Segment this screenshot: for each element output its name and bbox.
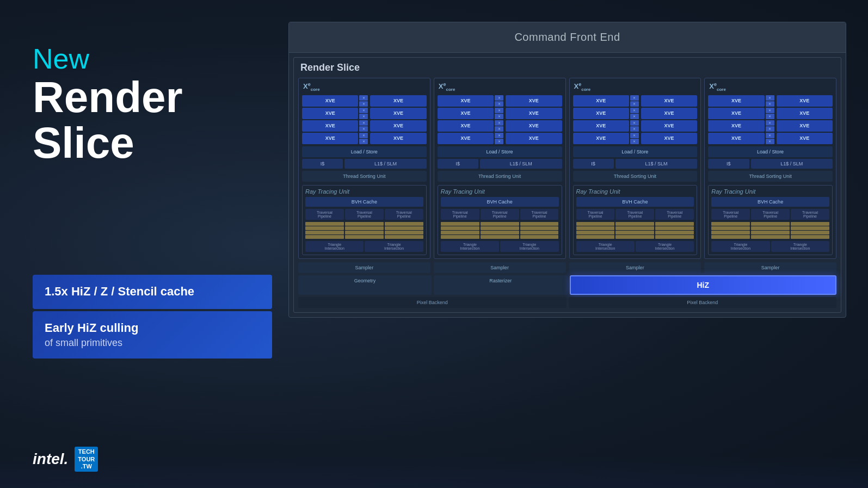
xve-row: XVE ✕ ✕ XVE — [708, 108, 833, 119]
bvh-box — [615, 222, 654, 226]
matrix-icon: ✕ — [630, 114, 639, 119]
xve-row: XVE ✕ ✕ XVE — [708, 120, 833, 132]
xe-core-4: Xecore XVE ✕ ✕ XVE XVE — [704, 78, 836, 259]
matrix-icon: ✕ — [359, 108, 368, 113]
xe-cores-row: Xecore XVE ✕ ✕ XVE XVE — [298, 78, 836, 259]
cache-row-1: I$ L1$ / SLM — [302, 159, 427, 169]
bvh-box — [791, 226, 829, 230]
xe-core-2: Xecore XVE ✕ ✕ XVE XVE — [434, 78, 566, 259]
matrix-icon: ✕ — [495, 101, 503, 107]
xve-unit: XVE — [777, 120, 833, 132]
traversal-unit: TraversalPipeline — [305, 209, 344, 220]
matrix-icon: ✕ — [766, 139, 774, 144]
bvh-box — [345, 235, 384, 239]
bvh-box — [615, 235, 654, 239]
bvh-box — [615, 226, 654, 230]
xve-unit: XVE — [573, 95, 629, 107]
bvh-boxes-row — [576, 222, 694, 239]
command-front-end: Command Front End — [289, 22, 846, 53]
cache-row-4: I$ L1$ / SLM — [708, 159, 833, 169]
bvh-box — [520, 235, 559, 239]
rasterizer-unit: Rasterizer — [434, 275, 567, 295]
bvh-box — [791, 222, 829, 226]
matrix-icon: ✕ — [766, 101, 774, 107]
matrix-icon: ✕ — [630, 139, 639, 144]
bvh-box — [520, 222, 559, 226]
bvh-box — [385, 231, 423, 234]
geo-rast-hiz-row: Geometry Rasterizer HiZ — [298, 275, 836, 295]
is-unit-3: I$ — [573, 159, 614, 169]
xve-unit: XVE — [438, 120, 494, 132]
bvh-box — [385, 235, 423, 239]
intel-text: intel. — [33, 450, 68, 468]
sampler-4: Sampler — [704, 262, 836, 273]
bvh-box — [305, 231, 344, 234]
xve-unit: XVE — [302, 120, 358, 132]
thread-sort-3: Thread Sorting Unit — [573, 171, 698, 182]
sampler-1: Sampler — [298, 262, 430, 273]
xve-unit: XVE — [641, 133, 697, 144]
bvh-box — [576, 235, 615, 239]
bvh-box — [576, 222, 615, 226]
ray-tracing-4: Ray Tracing Unit BVH Cache TraversalPipe… — [708, 185, 833, 255]
bvh-box — [751, 235, 790, 239]
xve-unit: XVE — [641, 108, 697, 119]
matrix-icon: ✕ — [495, 133, 503, 138]
xve-unit: XVE — [370, 95, 426, 107]
matrix-icon: ✕ — [766, 120, 774, 126]
xe-core-4-header: Xecore — [708, 82, 833, 92]
xve-unit: XVE — [438, 95, 494, 107]
xve-row: XVE ✕ ✕ XVE — [573, 133, 698, 144]
matrix-icon: ✕ — [359, 95, 368, 101]
cache-row-3: I$ L1$ / SLM — [573, 159, 698, 169]
matrix-icon: ✕ — [495, 95, 503, 101]
bvh-cache-4: BVH Cache — [711, 197, 829, 207]
xve-unit: XVE — [777, 108, 833, 119]
bvh-box — [751, 231, 790, 234]
command-front-end-label: Command Front End — [514, 31, 620, 43]
bvh-box — [520, 231, 559, 234]
traversal-unit: TraversalPipeline — [791, 209, 829, 220]
traversal-unit: TraversalPipeline — [481, 209, 519, 220]
xve-row: XVE ✕ ✕ XVE — [573, 95, 698, 107]
bvh-box — [305, 235, 344, 239]
xve-unit: XVE — [708, 108, 764, 119]
ray-tracing-1: Ray Tracing Unit BVH Cache TraversalPipe… — [302, 185, 427, 255]
hiz-unit: HiZ — [570, 275, 837, 295]
bvh-box — [481, 235, 519, 239]
xe-core-1-header: Xecore — [302, 82, 427, 92]
traversal-unit: TraversalPipeline — [655, 209, 694, 220]
matrix-icon: ✕ — [495, 114, 503, 119]
feature-cards: 1.5x HiZ / Z / Stencil cache Early HiZ c… — [33, 275, 272, 359]
matrix-icon: ✕ — [495, 120, 503, 126]
bvh-box — [481, 231, 519, 234]
traversal-unit: TraversalPipeline — [711, 209, 750, 220]
bvh-box — [711, 231, 750, 234]
bvh-boxes-row — [441, 222, 559, 239]
traversal-row-4: TraversalPipeline TraversalPipeline Trav… — [711, 209, 829, 220]
xve-row: XVE ✕ ✕ XVE — [302, 108, 427, 119]
matrix-icon: ✕ — [630, 95, 639, 101]
xve-unit: XVE — [708, 120, 764, 132]
bvh-box — [481, 222, 519, 226]
bvh-box — [441, 231, 479, 234]
xve-unit: XVE — [708, 95, 764, 107]
thread-sort-2: Thread Sorting Unit — [438, 171, 562, 182]
feature-card-2-title: Early HiZ culling — [45, 321, 260, 335]
traversal-unit: TraversalPipeline — [615, 209, 654, 220]
matrix-icon: ✕ — [359, 133, 368, 138]
xve-unit: XVE — [573, 133, 629, 144]
traversal-unit: TraversalPipeline — [441, 209, 479, 220]
xe-core-3: Xecore XVE ✕ ✕ XVE XVE — [569, 78, 701, 259]
matrix-icon: ✕ — [495, 108, 503, 113]
feature-card-2: Early HiZ culling of small primitives — [33, 311, 272, 359]
bvh-box — [520, 226, 559, 230]
page-title: Render Slice — [33, 75, 272, 166]
traversal-unit: TraversalPipeline — [345, 209, 384, 220]
render-slice: Render Slice Xecore XVE ✕ ✕ — [293, 57, 841, 313]
xve-unit: XVE — [302, 95, 358, 107]
bvh-box — [305, 226, 344, 230]
triangle-unit: TriangleIntersection — [441, 241, 499, 252]
sampler-2: Sampler — [434, 262, 566, 273]
traversal-row-1: TraversalPipeline TraversalPipeline Trav… — [305, 209, 423, 220]
